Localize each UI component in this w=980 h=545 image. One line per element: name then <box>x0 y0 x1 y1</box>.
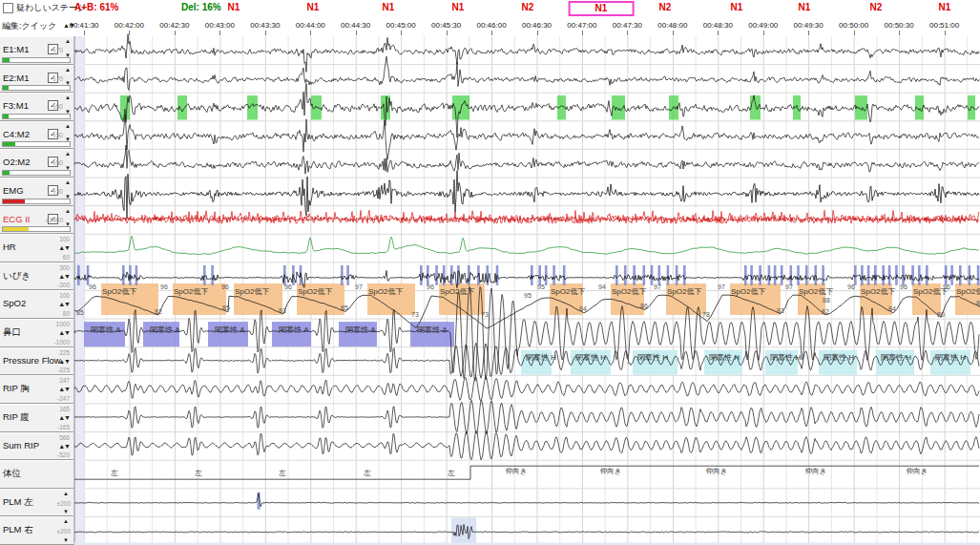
channel-row-nasal[interactable]: 鼻口1000-1000▲▼ <box>0 319 73 347</box>
spo2-desat-event-box[interactable] <box>367 283 415 315</box>
snore-event-mark[interactable] <box>435 265 438 285</box>
obstructive-hypopnea-event-box[interactable] <box>765 350 798 375</box>
scale-up-arrow-icon[interactable]: ▲ <box>63 518 69 524</box>
spo2-desat-event-box[interactable] <box>173 283 226 315</box>
f3-arousal-highlight[interactable] <box>968 95 975 120</box>
snore-event-mark[interactable] <box>651 265 654 285</box>
snore-event-mark[interactable] <box>744 265 747 285</box>
scale-up-arrow-icon[interactable]: ▲ <box>65 67 71 73</box>
f3-arousal-highlight[interactable] <box>311 95 322 120</box>
snore-event-mark[interactable] <box>545 265 548 285</box>
snore-event-mark[interactable] <box>122 265 125 285</box>
snore-event-mark[interactable] <box>450 265 453 285</box>
scale-down-arrow-icon[interactable]: ▼ <box>63 509 69 514</box>
stage-label[interactable]: N1 <box>228 2 240 12</box>
scale-arrows-icon[interactable]: ▲▼ <box>58 244 70 251</box>
scale-arrows-icon[interactable]: ▲▼ <box>58 273 70 280</box>
spo2-desat-event-box[interactable] <box>955 283 980 315</box>
snore-event-mark[interactable] <box>538 265 541 285</box>
snore-event-mark[interactable] <box>926 265 928 285</box>
scale-arrows-icon[interactable]: ▲▼ <box>58 386 70 392</box>
f3-arousal-highlight[interactable] <box>915 95 924 120</box>
snore-event-mark[interactable] <box>136 265 138 285</box>
obstructive-hypopnea-event-box[interactable] <box>876 350 914 375</box>
snore-event-mark[interactable] <box>750 265 753 285</box>
scale-arrows-icon[interactable]: ▲▼ <box>58 329 70 336</box>
snore-event-mark[interactable] <box>203 265 206 285</box>
channel-row-pflow[interactable]: Pressure Flow225-225▲▼ <box>0 347 73 375</box>
snore-event-mark[interactable] <box>643 265 646 285</box>
spo2-desat-event-box[interactable] <box>798 283 825 315</box>
spo2-desat-event-box[interactable] <box>611 283 644 315</box>
snore-event-mark[interactable] <box>945 265 948 285</box>
snore-event-mark[interactable] <box>790 265 793 285</box>
snore-event-mark[interactable] <box>861 265 864 285</box>
obstructive-hypopnea-event-box[interactable] <box>819 350 857 375</box>
f3-arousal-highlight[interactable] <box>855 95 867 120</box>
channel-row-o2m2[interactable]: O2:M2✓▲▼±50 <box>0 149 73 178</box>
snore-event-mark[interactable] <box>300 265 302 285</box>
channel-row-hr[interactable]: HR10060▲▼ <box>0 234 73 262</box>
snore-event-mark[interactable] <box>768 265 771 285</box>
spo2-desat-event-box[interactable] <box>912 283 941 315</box>
spo2-desat-event-box[interactable] <box>439 283 485 315</box>
scale-up-arrow-icon[interactable]: ▲ <box>65 208 71 214</box>
snore-event-mark[interactable] <box>496 265 499 285</box>
snore-event-mark[interactable] <box>129 265 132 285</box>
plm-left-event-mark[interactable] <box>258 493 261 510</box>
channel-row-e2m1[interactable]: E2:M1✓▲▼±70 <box>0 65 73 93</box>
f3-arousal-highlight[interactable] <box>557 95 566 120</box>
scale-up-arrow-icon[interactable]: ▲ <box>63 491 69 496</box>
scale-arrows-icon[interactable]: ▲▼ <box>58 414 70 421</box>
scale-arrows-icon[interactable]: ▲▼ <box>58 443 70 450</box>
obstructive-apnea-event-box[interactable] <box>143 322 179 346</box>
snore-event-mark[interactable] <box>759 265 761 285</box>
snore-event-mark[interactable] <box>854 265 857 285</box>
snore-event-mark[interactable] <box>211 265 214 285</box>
channel-row-c4m2[interactable]: C4:M2✓▲▼±50 <box>0 121 73 149</box>
channel-row-f3m1[interactable]: F3:M1✓▲▼±50 <box>0 93 73 121</box>
snore-event-mark[interactable] <box>667 265 670 285</box>
snore-event-mark[interactable] <box>283 265 286 285</box>
spo2-desat-event-box[interactable] <box>860 283 892 315</box>
stage-label[interactable]: N1 <box>799 2 811 12</box>
spo2-desat-event-box[interactable] <box>666 283 706 315</box>
channel-row-e1m1[interactable]: E1:M1✓▲▼±70 <box>0 36 73 65</box>
selected-stage-box[interactable]: N1 <box>569 1 635 16</box>
snore-event-mark[interactable] <box>977 265 980 285</box>
snore-event-mark[interactable] <box>676 265 678 285</box>
plm-right-event-band[interactable] <box>451 517 476 543</box>
snore-event-mark[interactable] <box>87 265 90 285</box>
snore-event-mark[interactable] <box>292 265 295 285</box>
snore-event-mark[interactable] <box>805 265 808 285</box>
stage-label[interactable]: N1 <box>731 2 743 12</box>
scale-up-arrow-icon[interactable]: ▲ <box>65 94 71 100</box>
channel-row-sumrip[interactable]: Sum RIP566-520▲▼ <box>0 432 73 460</box>
channel-row-plmr[interactable]: PLM 右▲▼±200 <box>0 516 73 545</box>
scale-arrows-icon[interactable]: ▲▼ <box>58 358 70 365</box>
stage-label[interactable]: N1 <box>307 2 320 12</box>
stage-label[interactable]: N1 <box>452 2 465 12</box>
spo2-desat-event-box[interactable] <box>730 283 781 315</box>
snore-event-mark[interactable] <box>882 265 885 285</box>
channel-row-spo2[interactable]: SpO210080▲▼ <box>0 290 73 319</box>
snore-event-mark[interactable] <box>867 265 870 285</box>
spo2-desat-event-box[interactable] <box>101 283 158 315</box>
obstructive-apnea-event-box[interactable] <box>272 322 311 346</box>
snore-event-mark[interactable] <box>959 265 962 285</box>
scale-down-arrow-icon[interactable]: ▼ <box>63 537 69 543</box>
f3-arousal-highlight[interactable] <box>381 95 390 120</box>
snore-event-mark[interactable] <box>822 265 824 285</box>
scale-up-arrow-icon[interactable]: ▲ <box>65 123 71 129</box>
snore-event-mark[interactable] <box>420 265 423 285</box>
snore-event-mark[interactable] <box>911 265 914 285</box>
stage-label[interactable]: N2 <box>870 2 883 12</box>
obstructive-apnea-event-box[interactable] <box>339 322 377 346</box>
snore-event-mark[interactable] <box>487 265 490 285</box>
stage-label[interactable]: N2 <box>659 2 672 12</box>
obstructive-hypopnea-event-box[interactable] <box>633 350 678 375</box>
snore-event-mark[interactable] <box>563 265 566 285</box>
snore-event-mark[interactable] <box>624 265 627 285</box>
obstructive-hypopnea-event-box[interactable] <box>704 350 742 375</box>
snore-event-mark[interactable] <box>774 265 777 285</box>
